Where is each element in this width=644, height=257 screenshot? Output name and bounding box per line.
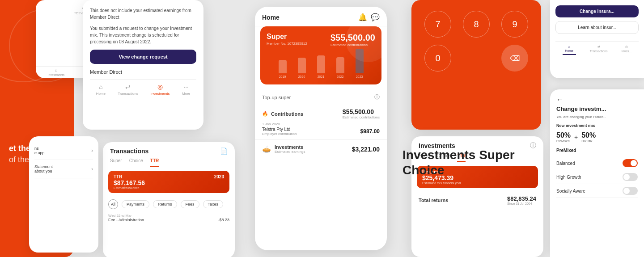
change-inv-desc: You are changing your Future... bbox=[556, 115, 638, 119]
option-balanced: Balanced bbox=[556, 156, 638, 170]
change-inv-back-icon[interactable]: ← bbox=[556, 96, 638, 104]
mix-premixed: 50% PreMixed bbox=[556, 131, 571, 143]
bar-2019-bar bbox=[279, 60, 287, 73]
filter-returns[interactable]: Returns bbox=[153, 200, 177, 208]
nav-more[interactable]: ··· More bbox=[182, 83, 190, 96]
learn-insurance-button[interactable]: Learn about insur... bbox=[555, 21, 639, 34]
ttr-amount: $87,167.56 bbox=[114, 179, 145, 186]
inv-amount-block: $3,221.00 bbox=[352, 146, 380, 153]
option-socially-aware-toggle[interactable] bbox=[623, 187, 638, 195]
bar-2023-label: 2023 bbox=[356, 75, 363, 78]
option-high-growth-toggle[interactable] bbox=[623, 173, 638, 181]
contrib-amount: $55,500.00 bbox=[343, 108, 380, 115]
invest-change-content: This does not include your estimated ear… bbox=[83, 0, 203, 105]
trans-header: Transactions 📄 bbox=[103, 142, 235, 155]
top-up-section: Top-up super ⓘ bbox=[255, 89, 387, 105]
mix-pct2: 50% bbox=[581, 131, 596, 139]
ins-nav-investments[interactable]: ◎ Inves... bbox=[622, 45, 632, 55]
contrib-company: Telstra Pty Ltd bbox=[262, 127, 297, 132]
bar-2022-bar bbox=[336, 57, 344, 73]
premixed-label: PreMixed bbox=[556, 148, 638, 153]
view-change-request-button[interactable]: View change request bbox=[90, 50, 196, 64]
bar-2022: 2022 bbox=[336, 57, 344, 78]
ins-nav-underline bbox=[563, 54, 576, 55]
investments-pie-icon: 🥧 bbox=[262, 145, 271, 153]
ins-home-icon: ⌂ bbox=[568, 45, 570, 48]
contributions-row: 🔥 Contributions $55,500.00 Estimated con… bbox=[255, 105, 387, 140]
mix-pct1: 50% bbox=[556, 131, 571, 139]
total-amount: $82,835.24 bbox=[507, 195, 536, 202]
trans-item: Wed 22nd Mar Fee - Administration -$8.23 bbox=[103, 212, 235, 224]
numpad-key-7[interactable]: 7 bbox=[424, 11, 451, 38]
filter-fees[interactable]: Fees bbox=[181, 200, 199, 208]
numpad-grid: 7 8 9 0 ⌫ bbox=[411, 0, 541, 82]
total-since: Since 31 Jul 2004 bbox=[507, 202, 536, 205]
numpad-key-8[interactable]: 8 bbox=[463, 11, 490, 38]
message-icon[interactable]: 💬 bbox=[371, 13, 380, 21]
bar-2023-bar bbox=[356, 49, 364, 73]
partial-arrow-2: › bbox=[91, 166, 93, 172]
bar-2019: 2019 bbox=[279, 60, 287, 78]
numpad-key-9[interactable]: 9 bbox=[501, 11, 528, 38]
partial-text-1: ns e app bbox=[34, 146, 45, 155]
filter-all[interactable]: All bbox=[108, 199, 118, 209]
investments-nav-icon: ⏱ bbox=[55, 69, 58, 72]
trans-doc-icon: 📄 bbox=[220, 147, 228, 155]
partial-arrow-1: › bbox=[91, 147, 93, 154]
bar-2020: 2020 bbox=[298, 58, 306, 78]
option-socially-aware-name: Socially Aware bbox=[556, 189, 585, 194]
partial-item-1[interactable]: ns e app › bbox=[34, 142, 93, 160]
bar-2023: 2023 bbox=[356, 49, 364, 78]
ins-nav-home[interactable]: ⌂ Home bbox=[563, 45, 576, 55]
super-choice-title: Investments Super Choice bbox=[402, 147, 537, 177]
partial-item-2[interactable]: Statement about you › bbox=[34, 160, 93, 178]
inv-label: Investments bbox=[275, 144, 305, 150]
filter-taxes[interactable]: Taxes bbox=[203, 200, 224, 208]
mix-plus-icon: + bbox=[574, 134, 578, 141]
invest-desc2: You submitted a request to change your I… bbox=[90, 25, 196, 45]
total-returns-label: Total returns bbox=[419, 198, 448, 203]
top-up-label: Top-up super bbox=[262, 95, 291, 100]
filter-payments[interactable]: Payments bbox=[122, 200, 149, 208]
partial-text-2: Statement about you bbox=[34, 164, 53, 173]
super-amount: $55,500.00 bbox=[330, 33, 375, 43]
ins-trans-icon: ⇄ bbox=[597, 45, 600, 49]
nav-transactions[interactable]: ⇄ Transactions bbox=[118, 83, 139, 96]
ins-nav-transactions[interactable]: ⇄ Transactions bbox=[590, 45, 608, 55]
super-banner: Super Member No. 1072395912 $55,500.00 E… bbox=[260, 26, 381, 84]
trans-tabs: Super Choice TTR bbox=[103, 155, 235, 167]
inv-amount: $3,221.00 bbox=[352, 146, 380, 153]
super-right: $55,500.00 Estimated contributions bbox=[330, 33, 375, 47]
trans-val: -$8.23 bbox=[218, 218, 229, 222]
investments-earnings-row: 🥧 Investments Estimated earnings $3,221.… bbox=[255, 140, 387, 158]
nav-investments-active[interactable]: ◎ Investments bbox=[150, 83, 169, 96]
new-mix-label: New investment mix bbox=[556, 123, 638, 128]
trans-date: Wed 22nd Mar bbox=[108, 214, 229, 218]
total-returns-row: Total returns $82,835.24 Since 31 Jul 20… bbox=[411, 192, 543, 209]
numpad-card: 7 8 9 0 ⌫ bbox=[411, 0, 541, 130]
change-insurance-button[interactable]: Change insura... bbox=[555, 5, 639, 17]
transactions-icon: ⇄ bbox=[125, 83, 131, 90]
home-title: Home bbox=[262, 14, 280, 21]
super-est: Estimated contributions bbox=[330, 43, 375, 47]
contrib-label: 🔥 Contributions bbox=[262, 111, 303, 117]
mix-type1: PreMixed bbox=[556, 139, 571, 143]
option-high-growth-name: High Growth bbox=[556, 175, 581, 180]
trans-tab-super[interactable]: Super bbox=[110, 158, 122, 167]
ttr-year: 2023 bbox=[214, 174, 224, 179]
inv-left: 🥧 Investments Estimated earnings bbox=[262, 144, 305, 154]
ttr-sub: Estimated balance bbox=[114, 186, 145, 190]
ins-bottom-nav: ⌂ Home ⇄ Transactions ◎ Inves... bbox=[555, 41, 639, 55]
notification-icon[interactable]: 🔔 bbox=[358, 13, 367, 21]
super-label: Super bbox=[267, 33, 307, 41]
trans-tab-choice[interactable]: Choice bbox=[129, 158, 143, 167]
top-up-info-icon[interactable]: ⓘ bbox=[374, 93, 380, 101]
numpad-key-0[interactable]: 0 bbox=[424, 45, 451, 72]
numpad-key-backspace[interactable]: ⌫ bbox=[501, 45, 528, 72]
trans-title: Transactions bbox=[110, 147, 148, 155]
trans-tab-ttr[interactable]: TTR bbox=[150, 158, 159, 167]
change-inv-title: Change investm... bbox=[556, 105, 638, 112]
nav-home[interactable]: ⌂ Home bbox=[96, 83, 106, 96]
option-balanced-toggle[interactable] bbox=[623, 159, 638, 167]
contrib-val: $987.00 bbox=[360, 128, 380, 135]
